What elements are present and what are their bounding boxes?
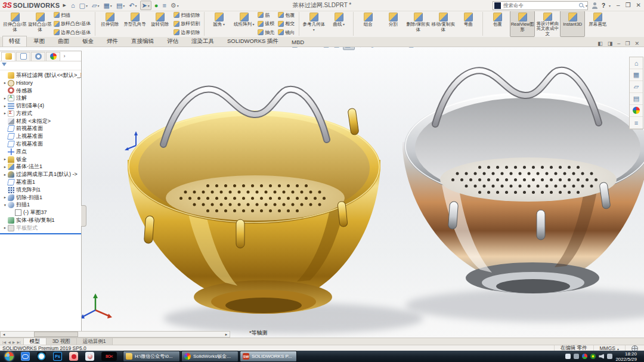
app-cloud-drive[interactable] — [21, 352, 30, 361]
tab-features[interactable]: 特征 — [2, 36, 27, 47]
delete-keep-body-button[interactable]: 删除/保留实体 — [405, 11, 431, 37]
propertymanager-tab[interactable] — [16, 52, 30, 61]
fillet-button[interactable]: 圆角 — [206, 11, 231, 37]
ime-icon[interactable] — [565, 354, 571, 359]
expand-arrow-icon[interactable]: ▸ — [2, 81, 8, 85]
graphics-icon[interactable] — [582, 354, 587, 359]
ribbon-button[interactable] — [204, 12, 205, 36]
new-document-button[interactable]: ▢ — [78, 1, 89, 10]
tree-item-right-plane[interactable]: 右视基准面 — [0, 140, 81, 148]
file-properties-button[interactable]: ≡ — [161, 1, 167, 10]
app-media[interactable] — [69, 352, 78, 361]
tree-item-flat-pattern[interactable]: ▸ 平板型式 — [0, 224, 81, 232]
tree-item-cut-sweep[interactable]: ▸ 切除-扫描1 — [0, 194, 81, 202]
home-tab-icon[interactable]: ⌂ — [630, 57, 643, 69]
tab-sketch[interactable]: 草图 — [27, 36, 51, 47]
previous-view-button[interactable]: ↶ — [312, 47, 320, 49]
rebuild-button[interactable]: ● — [153, 1, 160, 10]
view-settings-button[interactable]: ▢ ▾ — [407, 47, 417, 49]
expand-arrow-icon[interactable]: ▸ — [2, 104, 8, 109]
intersect-button[interactable]: 相交 — [277, 20, 297, 29]
custom-properties-icon[interactable]: ≡ — [630, 117, 643, 129]
zoom-to-area-button[interactable]: ⊞ — [301, 47, 309, 49]
tab-weldments[interactable]: 焊件 — [100, 36, 125, 47]
app-utility[interactable] — [85, 352, 94, 361]
ribbon-button[interactable] — [353, 12, 354, 36]
close-button[interactable]: ✕ — [636, 2, 641, 8]
pane-left-icon[interactable]: ◧ — [597, 41, 603, 47]
doc-restore-button[interactable]: ❐ — [625, 41, 630, 47]
panel-tabs-overflow[interactable]: › — [61, 52, 68, 60]
featuremanager-tab[interactable] — [1, 52, 16, 61]
graphics-viewport[interactable]: ◱ ⊞ ↶ ◪ ◭ ▣ ▾ ◈ — [0, 47, 644, 338]
move-copy-body-button[interactable]: 移动/复制实体 — [431, 11, 456, 37]
tree-item-sweep[interactable]: ▾ 扫描1 — [0, 202, 81, 209]
hide-show-items-button[interactable]: ◉ ▾ — [369, 47, 379, 49]
taskbar-clock[interactable]: 18:20 2022/5/29 — [615, 351, 640, 362]
lofted-cut-button[interactable]: 放样切割 — [172, 20, 202, 29]
flex-button[interactable]: 弯曲 — [456, 11, 481, 37]
wrap-feature-button[interactable]: 包覆 — [485, 11, 510, 37]
screen-sketch-button[interactable]: 屏幕画笔 — [585, 11, 610, 37]
doc-minimize-button[interactable]: – — [617, 41, 620, 47]
tab-evaluate[interactable]: 评估 — [160, 36, 185, 47]
linear-pattern-button[interactable]: 线性阵列 — [231, 11, 256, 37]
extruded-cut-button[interactable]: 拉伸切除 — [97, 11, 122, 37]
expand-arrow-icon[interactable]: ▸ — [2, 225, 8, 230]
expand-arrow-icon[interactable]: ▸ — [2, 172, 8, 177]
scroll-left-icon[interactable]: ◂ — [1, 332, 7, 337]
tree-item-material[interactable]: 材质 <未指定> — [0, 117, 81, 125]
tree-item-fill-pattern[interactable]: 填充阵列1 — [0, 186, 81, 194]
tree-item-sketch37[interactable]: (-) 草图37 — [0, 209, 81, 216]
search-icon[interactable] — [578, 2, 584, 8]
expand-arrow-icon[interactable]: ▸ — [2, 165, 8, 169]
next-tab-button[interactable]: ▶ — [12, 340, 16, 344]
search-input[interactable] — [502, 2, 578, 9]
section-view-button[interactable]: ◪ — [322, 47, 331, 49]
expand-arrow-icon[interactable]: ▸ — [2, 111, 8, 116]
wrap-button[interactable]: 包覆 — [277, 11, 297, 20]
tab-mbd[interactable]: MBD — [285, 37, 311, 47]
expand-arrow-icon[interactable]: ▸ — [2, 195, 8, 200]
app-browser[interactable] — [37, 352, 46, 361]
curves-button[interactable]: 曲线 — [326, 11, 351, 37]
tree-item-sensors[interactable]: 传感器 — [0, 87, 81, 95]
boundary-boss-button[interactable]: 边界凸台/基体 — [52, 28, 93, 37]
tree-item-sheet-metal[interactable]: ▸ 钣金 — [0, 156, 81, 163]
view-orientation-button[interactable]: ▣ ▾ — [343, 47, 355, 50]
zoom-to-fit-button[interactable]: ◱ — [290, 47, 299, 49]
last-tab-button[interactable]: ▶| — [16, 340, 21, 344]
tray-expand-icon[interactable] — [607, 354, 612, 359]
tree-filter[interactable] — [0, 61, 81, 70]
command-search[interactable]: ▾ — [493, 1, 588, 10]
shell-button[interactable]: 抽壳 — [256, 28, 277, 37]
tree-item-history[interactable]: ▸ History — [0, 79, 81, 87]
select-button[interactable]: ➤ — [140, 1, 151, 10]
undo-button[interactable]: ↶ — [128, 1, 138, 10]
help-button[interactable]: ? — [602, 2, 605, 9]
doc-close-button[interactable]: ✕ — [634, 41, 639, 47]
restore-button[interactable]: ❐ — [626, 2, 631, 8]
search-caret-icon[interactable]: ▾ — [586, 4, 587, 8]
ribbon-button[interactable] — [299, 12, 299, 36]
panel-splitter-handle[interactable] — [81, 205, 86, 227]
tab-solidworks-addins[interactable]: SOLIDWORKS 插件 — [221, 36, 285, 47]
scroll-right-icon[interactable]: ▸ — [223, 332, 230, 337]
tree-item-plane1[interactable]: 基准面1 — [0, 178, 81, 186]
login-icon[interactable] — [592, 2, 598, 9]
file-explorer-icon[interactable]: ▱ — [630, 81, 643, 93]
tab-surfaces[interactable]: 曲面 — [51, 36, 76, 47]
boundary-cut-button[interactable]: 边界切除 — [172, 28, 202, 37]
print-button[interactable]: ▤ — [115, 1, 126, 10]
displaymanager-tab[interactable] — [46, 52, 60, 61]
tree-item-base-flange[interactable]: ▸ 基体-法兰1 — [0, 163, 81, 171]
design-library-icon[interactable]: ▦ — [630, 69, 643, 81]
open-button[interactable]: ▱ — [91, 1, 100, 10]
swept-boss-button[interactable]: 扫描 — [52, 11, 93, 20]
draft-button[interactable]: 拔模 — [256, 20, 277, 29]
edit-appearance-button[interactable]: ▾ — [380, 47, 392, 49]
tab-direct-editing[interactable]: 直接编辑 — [125, 36, 160, 47]
split-button[interactable]: 分割 — [380, 11, 405, 37]
horizontal-scrollbar[interactable]: ◂ ▸ — [0, 331, 230, 338]
expand-arrow-icon[interactable]: ▸ — [2, 96, 8, 101]
